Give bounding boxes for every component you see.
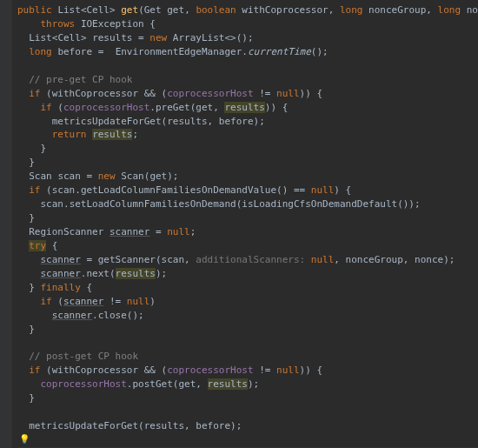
- var: withCoprocessor: [52, 364, 138, 376]
- code-line[interactable]: 💡: [17, 433, 478, 447]
- method-call: preGet: [156, 102, 190, 113]
- keyword: new: [149, 32, 167, 43]
- code-line[interactable]: metricsUpdateForGet(results, before);: [17, 419, 478, 433]
- var: scanner: [63, 296, 103, 307]
- type: List: [57, 4, 81, 16]
- type: Scan: [121, 171, 144, 182]
- method-call: currentTime: [248, 46, 311, 57]
- code-line[interactable]: if (withCoprocessor && (coprocessorHost …: [17, 364, 478, 378]
- var: nonce: [415, 254, 443, 265]
- method-call: next: [86, 268, 110, 279]
- var: results: [92, 129, 132, 140]
- code-editor[interactable]: public List<Cell> get(Get get, boolean w…: [0, 0, 478, 448]
- type: Cell: [57, 32, 81, 43]
- var: scanner: [41, 254, 81, 265]
- var: withCoprocessor: [52, 88, 138, 99]
- code-line[interactable]: } finally {: [17, 281, 478, 295]
- code-line[interactable]: scan.setLoadColumnFamiliesOnDemand(isLoa…: [17, 197, 478, 211]
- code-line[interactable]: }: [17, 323, 478, 337]
- field: coprocessorHost: [167, 364, 253, 376]
- method-call: isLoadingCfsOnDemandDefault: [242, 198, 397, 210]
- keyword: long: [340, 4, 363, 16]
- type: EnvironmentEdgeManager: [116, 46, 242, 57]
- var: get: [196, 102, 213, 113]
- var: nonceGroup: [346, 254, 403, 265]
- code-line[interactable]: // pre-get CP hook: [17, 73, 478, 87]
- code-line[interactable]: List<Cell> results = new ArrayList<>();: [17, 31, 478, 45]
- code-line[interactable]: metricsUpdateForGet(results, before);: [17, 115, 478, 129]
- code-line[interactable]: Scan scan = new Scan(get);: [17, 170, 478, 184]
- type: Scan: [29, 171, 52, 182]
- keyword: try: [29, 240, 46, 251]
- keyword: throws: [41, 18, 76, 30]
- code-line[interactable]: long before = EnvironmentEdgeManager.cur…: [17, 45, 478, 59]
- code-area[interactable]: public List<Cell> get(Get get, boolean w…: [12, 3, 478, 448]
- method-call: postGet: [132, 378, 172, 390]
- code-line[interactable]: scanner.next(results);: [17, 267, 478, 281]
- code-line[interactable]: RegionScanner scanner = null;: [17, 225, 478, 239]
- code-line[interactable]: [17, 337, 478, 351]
- param: get: [167, 4, 184, 16]
- keyword: null: [276, 364, 300, 376]
- code-line[interactable]: }: [17, 391, 478, 405]
- keyword: public: [17, 4, 52, 16]
- code-line[interactable]: scanner = getScanner(scan, additionalSca…: [17, 253, 478, 267]
- keyword: boolean: [196, 4, 236, 16]
- type: ArrayList: [173, 32, 225, 43]
- code-line[interactable]: // post-get CP hook: [17, 350, 478, 364]
- keyword: long: [438, 4, 461, 16]
- keyword: if: [41, 296, 52, 307]
- var: before: [219, 116, 254, 127]
- code-line[interactable]: try {: [17, 239, 478, 253]
- keyword: if: [29, 364, 40, 376]
- code-line[interactable]: return results;: [17, 128, 478, 142]
- method-call: setLoadColumnFamiliesOnDemand: [70, 198, 236, 210]
- keyword: if: [41, 102, 52, 113]
- code-line[interactable]: if (scan.getLoadColumnFamiliesOnDemandVa…: [17, 184, 478, 197]
- type: List: [29, 32, 52, 43]
- code-line[interactable]: [17, 405, 478, 419]
- keyword: new: [98, 171, 116, 182]
- var: scanner: [52, 310, 92, 321]
- keyword: null: [311, 254, 335, 265]
- field: coprocessorHost: [167, 88, 253, 99]
- code-line[interactable]: if (scanner != null): [17, 295, 478, 309]
- keyword: null: [127, 296, 150, 307]
- code-line[interactable]: throws IOException {: [17, 17, 478, 31]
- code-line[interactable]: }: [17, 142, 478, 156]
- var: scan: [52, 184, 76, 196]
- code-line[interactable]: }: [17, 156, 478, 170]
- code-line[interactable]: if (coprocessorHost.preGet(get, results)…: [17, 101, 478, 115]
- method-call: metricsUpdateForGet: [52, 116, 162, 127]
- code-line[interactable]: }: [17, 211, 478, 225]
- var: results: [92, 32, 132, 43]
- var: scanner: [110, 226, 149, 237]
- var: before: [57, 46, 92, 57]
- code-line[interactable]: scanner.close();: [17, 309, 478, 323]
- param: withCoprocessor: [242, 4, 328, 16]
- var: results: [224, 102, 264, 113]
- type: RegionScanner: [29, 226, 103, 237]
- var: results: [167, 116, 207, 127]
- comment: // pre-get CP hook: [29, 74, 132, 85]
- keyword: finally: [41, 282, 81, 293]
- code-line[interactable]: public List<Cell> get(Get get, boolean w…: [17, 3, 478, 17]
- lightbulb-icon[interactable]: 💡: [19, 433, 30, 446]
- keyword: if: [29, 88, 40, 99]
- param: nonce: [467, 4, 478, 16]
- var: results: [208, 378, 248, 390]
- var: results: [116, 268, 156, 279]
- gutter: [0, 0, 12, 448]
- method-call: metricsUpdateForGet: [29, 420, 138, 431]
- var: before: [196, 420, 230, 431]
- method-call: getLoadColumnFamiliesOnDemandValue: [81, 184, 276, 196]
- method-call: getScanner: [98, 254, 156, 265]
- code-line[interactable]: if (withCoprocessor && (coprocessorHost …: [17, 87, 478, 101]
- code-line[interactable]: coprocessorHost.postGet(get, results);: [17, 378, 478, 391]
- field: coprocessorHost: [63, 102, 149, 113]
- keyword: long: [29, 46, 52, 57]
- type: Cell: [87, 4, 110, 16]
- param-hint: additionalScanners:: [196, 254, 305, 265]
- code-line[interactable]: [17, 59, 478, 73]
- var: scanner: [41, 268, 81, 279]
